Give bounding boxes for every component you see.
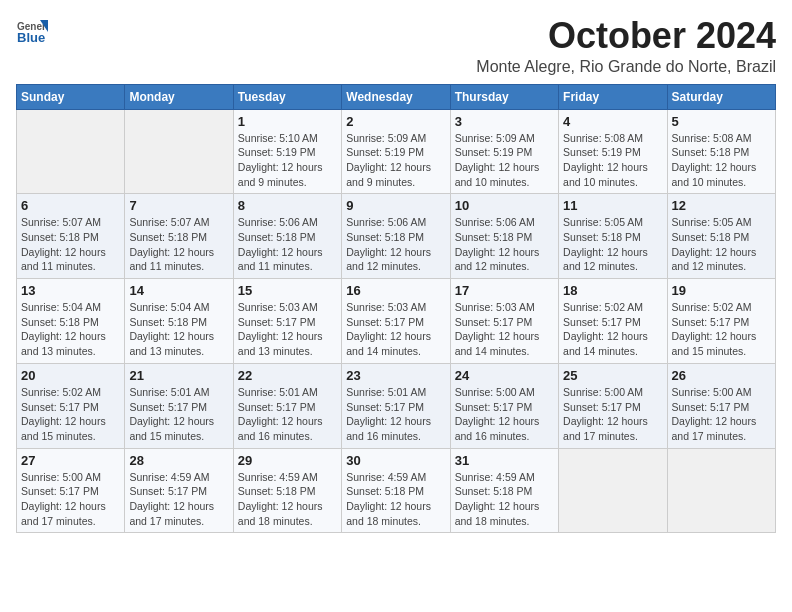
day-info: Sunrise: 5:06 AM Sunset: 5:18 PM Dayligh… xyxy=(238,215,337,274)
calendar-day-cell: 20Sunrise: 5:02 AM Sunset: 5:17 PM Dayli… xyxy=(17,363,125,448)
day-number: 19 xyxy=(672,283,771,298)
day-info: Sunrise: 5:00 AM Sunset: 5:17 PM Dayligh… xyxy=(455,385,554,444)
day-info: Sunrise: 5:03 AM Sunset: 5:17 PM Dayligh… xyxy=(238,300,337,359)
day-info: Sunrise: 5:01 AM Sunset: 5:17 PM Dayligh… xyxy=(129,385,228,444)
calendar-day-cell: 14Sunrise: 5:04 AM Sunset: 5:18 PM Dayli… xyxy=(125,279,233,364)
calendar-week-row: 27Sunrise: 5:00 AM Sunset: 5:17 PM Dayli… xyxy=(17,448,776,533)
day-info: Sunrise: 5:02 AM Sunset: 5:17 PM Dayligh… xyxy=(21,385,120,444)
weekday-header-cell: Saturday xyxy=(667,84,775,109)
day-number: 18 xyxy=(563,283,662,298)
logo-icon: General Blue xyxy=(16,16,48,48)
calendar-day-cell: 31Sunrise: 4:59 AM Sunset: 5:18 PM Dayli… xyxy=(450,448,558,533)
day-info: Sunrise: 5:02 AM Sunset: 5:17 PM Dayligh… xyxy=(672,300,771,359)
weekday-header-cell: Friday xyxy=(559,84,667,109)
day-number: 8 xyxy=(238,198,337,213)
day-number: 20 xyxy=(21,368,120,383)
day-info: Sunrise: 4:59 AM Sunset: 5:17 PM Dayligh… xyxy=(129,470,228,529)
svg-text:Blue: Blue xyxy=(17,30,45,45)
calendar-day-cell: 10Sunrise: 5:06 AM Sunset: 5:18 PM Dayli… xyxy=(450,194,558,279)
day-number: 22 xyxy=(238,368,337,383)
calendar-day-cell xyxy=(559,448,667,533)
logo: General Blue xyxy=(16,16,54,48)
calendar-day-cell: 7Sunrise: 5:07 AM Sunset: 5:18 PM Daylig… xyxy=(125,194,233,279)
calendar-week-row: 20Sunrise: 5:02 AM Sunset: 5:17 PM Dayli… xyxy=(17,363,776,448)
day-number: 6 xyxy=(21,198,120,213)
day-info: Sunrise: 5:08 AM Sunset: 5:19 PM Dayligh… xyxy=(563,131,662,190)
calendar-day-cell: 23Sunrise: 5:01 AM Sunset: 5:17 PM Dayli… xyxy=(342,363,450,448)
calendar-day-cell: 9Sunrise: 5:06 AM Sunset: 5:18 PM Daylig… xyxy=(342,194,450,279)
day-info: Sunrise: 5:09 AM Sunset: 5:19 PM Dayligh… xyxy=(346,131,445,190)
calendar-day-cell: 3Sunrise: 5:09 AM Sunset: 5:19 PM Daylig… xyxy=(450,109,558,194)
day-info: Sunrise: 5:09 AM Sunset: 5:19 PM Dayligh… xyxy=(455,131,554,190)
day-number: 31 xyxy=(455,453,554,468)
day-info: Sunrise: 5:06 AM Sunset: 5:18 PM Dayligh… xyxy=(346,215,445,274)
day-info: Sunrise: 5:02 AM Sunset: 5:17 PM Dayligh… xyxy=(563,300,662,359)
day-info: Sunrise: 5:07 AM Sunset: 5:18 PM Dayligh… xyxy=(21,215,120,274)
day-number: 14 xyxy=(129,283,228,298)
day-number: 3 xyxy=(455,114,554,129)
calendar-day-cell: 24Sunrise: 5:00 AM Sunset: 5:17 PM Dayli… xyxy=(450,363,558,448)
calendar-week-row: 13Sunrise: 5:04 AM Sunset: 5:18 PM Dayli… xyxy=(17,279,776,364)
day-info: Sunrise: 4:59 AM Sunset: 5:18 PM Dayligh… xyxy=(238,470,337,529)
calendar-day-cell: 29Sunrise: 4:59 AM Sunset: 5:18 PM Dayli… xyxy=(233,448,341,533)
day-number: 17 xyxy=(455,283,554,298)
day-number: 27 xyxy=(21,453,120,468)
calendar-day-cell: 21Sunrise: 5:01 AM Sunset: 5:17 PM Dayli… xyxy=(125,363,233,448)
calendar-day-cell xyxy=(125,109,233,194)
weekday-header-cell: Wednesday xyxy=(342,84,450,109)
calendar-day-cell: 22Sunrise: 5:01 AM Sunset: 5:17 PM Dayli… xyxy=(233,363,341,448)
calendar-day-cell: 28Sunrise: 4:59 AM Sunset: 5:17 PM Dayli… xyxy=(125,448,233,533)
calendar-day-cell: 27Sunrise: 5:00 AM Sunset: 5:17 PM Dayli… xyxy=(17,448,125,533)
day-number: 9 xyxy=(346,198,445,213)
calendar-day-cell: 5Sunrise: 5:08 AM Sunset: 5:18 PM Daylig… xyxy=(667,109,775,194)
weekday-header-cell: Tuesday xyxy=(233,84,341,109)
weekday-header-row: SundayMondayTuesdayWednesdayThursdayFrid… xyxy=(17,84,776,109)
day-number: 11 xyxy=(563,198,662,213)
calendar-day-cell: 11Sunrise: 5:05 AM Sunset: 5:18 PM Dayli… xyxy=(559,194,667,279)
location-title: Monte Alegre, Rio Grande do Norte, Brazi… xyxy=(476,58,776,76)
calendar-day-cell: 15Sunrise: 5:03 AM Sunset: 5:17 PM Dayli… xyxy=(233,279,341,364)
title-area: October 2024 Monte Alegre, Rio Grande do… xyxy=(476,16,776,76)
calendar-day-cell xyxy=(17,109,125,194)
calendar-day-cell xyxy=(667,448,775,533)
calendar-day-cell: 25Sunrise: 5:00 AM Sunset: 5:17 PM Dayli… xyxy=(559,363,667,448)
day-info: Sunrise: 4:59 AM Sunset: 5:18 PM Dayligh… xyxy=(455,470,554,529)
day-number: 7 xyxy=(129,198,228,213)
calendar-day-cell: 4Sunrise: 5:08 AM Sunset: 5:19 PM Daylig… xyxy=(559,109,667,194)
weekday-header-cell: Monday xyxy=(125,84,233,109)
day-number: 25 xyxy=(563,368,662,383)
day-info: Sunrise: 5:00 AM Sunset: 5:17 PM Dayligh… xyxy=(672,385,771,444)
day-info: Sunrise: 5:05 AM Sunset: 5:18 PM Dayligh… xyxy=(563,215,662,274)
calendar-day-cell: 17Sunrise: 5:03 AM Sunset: 5:17 PM Dayli… xyxy=(450,279,558,364)
day-number: 13 xyxy=(21,283,120,298)
calendar-day-cell: 30Sunrise: 4:59 AM Sunset: 5:18 PM Dayli… xyxy=(342,448,450,533)
calendar-day-cell: 16Sunrise: 5:03 AM Sunset: 5:17 PM Dayli… xyxy=(342,279,450,364)
day-number: 5 xyxy=(672,114,771,129)
day-number: 30 xyxy=(346,453,445,468)
day-info: Sunrise: 5:00 AM Sunset: 5:17 PM Dayligh… xyxy=(21,470,120,529)
day-info: Sunrise: 5:10 AM Sunset: 5:19 PM Dayligh… xyxy=(238,131,337,190)
day-number: 15 xyxy=(238,283,337,298)
calendar-day-cell: 13Sunrise: 5:04 AM Sunset: 5:18 PM Dayli… xyxy=(17,279,125,364)
day-info: Sunrise: 5:00 AM Sunset: 5:17 PM Dayligh… xyxy=(563,385,662,444)
calendar-week-row: 1Sunrise: 5:10 AM Sunset: 5:19 PM Daylig… xyxy=(17,109,776,194)
day-info: Sunrise: 5:03 AM Sunset: 5:17 PM Dayligh… xyxy=(346,300,445,359)
day-number: 21 xyxy=(129,368,228,383)
day-info: Sunrise: 5:01 AM Sunset: 5:17 PM Dayligh… xyxy=(238,385,337,444)
day-number: 1 xyxy=(238,114,337,129)
calendar-day-cell: 2Sunrise: 5:09 AM Sunset: 5:19 PM Daylig… xyxy=(342,109,450,194)
calendar-table: SundayMondayTuesdayWednesdayThursdayFrid… xyxy=(16,84,776,534)
day-info: Sunrise: 5:06 AM Sunset: 5:18 PM Dayligh… xyxy=(455,215,554,274)
day-number: 10 xyxy=(455,198,554,213)
day-number: 26 xyxy=(672,368,771,383)
day-info: Sunrise: 5:03 AM Sunset: 5:17 PM Dayligh… xyxy=(455,300,554,359)
day-number: 24 xyxy=(455,368,554,383)
calendar-day-cell: 1Sunrise: 5:10 AM Sunset: 5:19 PM Daylig… xyxy=(233,109,341,194)
calendar-week-row: 6Sunrise: 5:07 AM Sunset: 5:18 PM Daylig… xyxy=(17,194,776,279)
page-header: General Blue October 2024 Monte Alegre, … xyxy=(16,16,776,76)
day-number: 16 xyxy=(346,283,445,298)
day-number: 4 xyxy=(563,114,662,129)
day-number: 28 xyxy=(129,453,228,468)
calendar-day-cell: 19Sunrise: 5:02 AM Sunset: 5:17 PM Dayli… xyxy=(667,279,775,364)
day-info: Sunrise: 5:07 AM Sunset: 5:18 PM Dayligh… xyxy=(129,215,228,274)
